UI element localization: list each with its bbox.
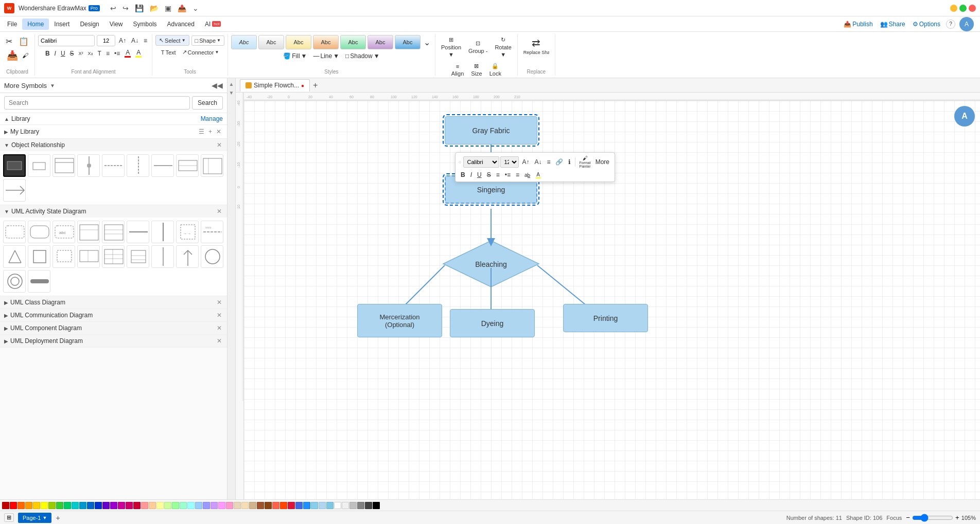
symbol-item[interactable] [77,245,100,268]
color-swatch[interactable] [41,502,48,509]
underline-btn[interactable]: U [59,49,67,58]
position-btn[interactable]: ⊞ Position ▼ [439,35,464,59]
symbol-item[interactable] [102,221,125,243]
style-abc-6[interactable]: Abc [367,35,393,49]
open-button[interactable]: 📂 [148,3,161,13]
maximize-button[interactable] [959,5,967,12]
style-abc-7[interactable]: Abc [395,35,421,49]
symbol-item[interactable] [151,245,174,268]
group-btn[interactable]: ⊡ Group - [466,39,490,56]
float-size-select[interactable]: 12 [500,156,519,168]
color-swatch[interactable] [48,502,56,509]
category-close-btn[interactable]: ✕ [216,141,223,149]
object-relationship-header[interactable]: ▼ Object Relationship ✕ [0,139,227,151]
float-italic-btn[interactable]: I [468,170,474,179]
symbol-item[interactable] [127,245,149,268]
color-swatch[interactable] [133,502,141,509]
font-size-input[interactable] [97,35,115,46]
user-avatar[interactable]: A [959,17,974,31]
menu-design[interactable]: Design [75,19,104,30]
color-swatch[interactable] [172,502,179,509]
float-link-btn[interactable]: 🔗 [553,157,565,167]
color-swatch[interactable] [295,502,303,509]
symbol-item[interactable] [52,245,75,268]
color-swatch[interactable] [64,502,71,509]
symbol-item[interactable] [176,154,199,177]
float-textalign-btn[interactable]: ≡ [514,170,521,179]
node-bleaching-container[interactable]: Bleaching [442,240,540,288]
color-swatch[interactable] [56,502,63,509]
category-close-btn[interactable]: ✕ [216,299,223,306]
connector-button[interactable]: ↗ Connector ▼ [180,48,221,57]
subscript-btn[interactable]: X₂ [86,50,95,57]
category-close-btn[interactable]: ✕ [216,312,223,319]
strip-scroll-up[interactable]: ▲ [228,80,235,88]
float-font-select[interactable]: Calibri [463,156,499,168]
bullet-btn[interactable]: •≡ [113,49,121,58]
color-swatch[interactable] [257,502,264,509]
color-swatch[interactable] [87,502,94,509]
my-library-section[interactable]: ▶ My Library ☰ + ✕ [0,125,227,139]
bold-btn[interactable]: B [44,49,51,58]
uml-class-header[interactable]: ▶ UML Class Diagram ✕ [0,296,227,309]
float-increase-size-btn[interactable]: A↑ [520,157,531,167]
decrease-font-btn[interactable]: A↓ [130,36,140,45]
color-swatch[interactable] [326,502,334,509]
color-swatch[interactable] [10,502,17,509]
float-decrease-size-btn[interactable]: A↓ [532,157,544,167]
symbol-item[interactable] [3,221,26,243]
float-align-btn[interactable]: ≡ [545,157,552,167]
color-swatch[interactable] [280,502,287,509]
my-library-list-btn[interactable]: ☰ [197,128,206,136]
color-swatch[interactable] [110,502,117,509]
font-name-input[interactable] [38,35,95,46]
symbol-item[interactable] [28,154,50,177]
select-button[interactable]: ↖ Select ▼ [155,35,189,46]
symbol-item[interactable] [3,179,26,202]
font-color-btn[interactable]: A [123,48,132,59]
symbol-item[interactable] [3,154,26,177]
symbol-item[interactable] [127,221,149,243]
color-swatch[interactable] [33,502,40,509]
list-btn[interactable]: ≡ [104,49,111,58]
clear-format-btn[interactable]: T [96,49,103,58]
color-swatch[interactable] [79,502,86,509]
float-list1-btn[interactable]: ≡ [494,170,502,179]
float-bold-btn[interactable]: B [459,170,467,179]
close-button[interactable] [969,5,976,12]
color-swatch[interactable] [102,502,110,509]
manage-button[interactable]: Manage [201,115,223,122]
tab-close-btn[interactable]: ● [301,83,304,88]
save-button[interactable]: 💾 [133,3,146,13]
more-button[interactable]: ⌄ [190,3,201,13]
status-page-view-btn[interactable]: ⊞ [4,513,14,522]
uml-deployment-header[interactable]: ▶ UML Deployment Diagram ✕ [0,335,227,347]
symbol-item[interactable] [77,221,100,243]
styles-more-btn[interactable]: ⌄ [422,37,432,48]
align-btn[interactable]: ≡ [142,36,149,45]
export-button[interactable]: 📤 [176,3,188,13]
color-swatch[interactable] [156,502,164,509]
color-swatch[interactable] [18,502,25,509]
increase-font-btn[interactable]: A↑ [117,36,128,45]
float-more-btn[interactable]: More [593,157,611,167]
my-library-close-btn[interactable]: ✕ [215,128,223,136]
color-swatch[interactable] [187,502,195,509]
color-swatch[interactable] [272,502,279,509]
symbol-item[interactable] [102,245,125,268]
node-dyeing[interactable]: Dyeing [450,309,535,337]
color-swatch[interactable] [180,502,187,509]
copy-button[interactable]: 📋 [16,35,31,48]
ai-assist-button[interactable]: A [954,106,975,127]
shape-button[interactable]: □ Shape ▼ [191,35,224,46]
symbol-item[interactable] [151,221,174,243]
page-tab-1[interactable]: Page-1 ▼ [18,513,51,523]
focus-mode-btn[interactable]: Focus [886,515,902,521]
paste-btn[interactable]: 📥 [5,49,20,62]
float-underline2-btn[interactable]: ab̲ [522,171,533,179]
template-button[interactable]: ▣ [163,3,173,13]
minimize-button[interactable] [950,5,957,12]
italic-btn[interactable]: I [53,49,58,58]
float-list2-btn[interactable]: •≡ [503,170,513,179]
color-swatch[interactable] [203,502,210,509]
